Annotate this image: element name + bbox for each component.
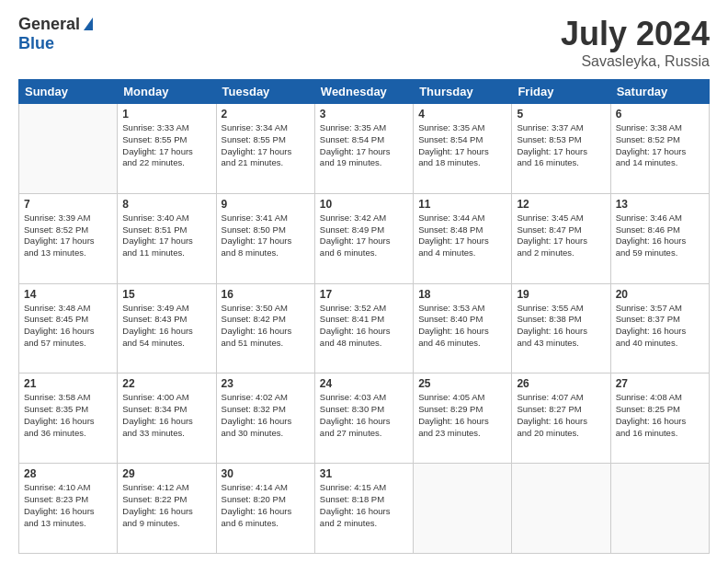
day-info: Sunrise: 3:45 AM Sunset: 8:47 PM Dayligh… [517, 213, 605, 259]
day-info: Sunrise: 3:57 AM Sunset: 8:37 PM Dayligh… [616, 303, 704, 350]
table-row: 31Sunrise: 4:15 AM Sunset: 8:18 PM Dayli… [314, 464, 413, 554]
col-monday: Monday [118, 80, 216, 104]
table-row: 14Sunrise: 3:48 AM Sunset: 8:45 PM Dayli… [19, 283, 118, 373]
day-number: 8 [122, 198, 210, 211]
day-info: Sunrise: 4:15 AM Sunset: 8:18 PM Dayligh… [320, 482, 408, 529]
table-row: 21Sunrise: 3:58 AM Sunset: 8:35 PM Dayli… [19, 373, 118, 464]
table-row: 11Sunrise: 3:44 AM Sunset: 8:48 PM Dayli… [414, 193, 512, 283]
day-number: 16 [222, 288, 310, 301]
day-number: 17 [320, 288, 408, 301]
day-info: Sunrise: 3:50 AM Sunset: 8:42 PM Dayligh… [222, 303, 310, 350]
day-info: Sunrise: 3:33 AM Sunset: 8:55 PM Dayligh… [122, 122, 210, 169]
day-info: Sunrise: 3:44 AM Sunset: 8:48 PM Dayligh… [418, 213, 506, 259]
day-info: Sunrise: 4:14 AM Sunset: 8:20 PM Dayligh… [222, 482, 310, 529]
day-info: Sunrise: 3:46 AM Sunset: 8:46 PM Dayligh… [616, 213, 704, 259]
calendar-header-row: Sunday Monday Tuesday Wednesday Thursday… [19, 80, 710, 104]
table-row: 16Sunrise: 3:50 AM Sunset: 8:42 PM Dayli… [216, 283, 314, 373]
day-info: Sunrise: 3:48 AM Sunset: 8:45 PM Dayligh… [24, 303, 112, 350]
day-number: 20 [616, 288, 704, 301]
calendar-week-row: 28Sunrise: 4:10 AM Sunset: 8:23 PM Dayli… [19, 464, 710, 554]
table-row [19, 104, 118, 194]
page: General Blue July 2024 Savasleyka, Russi… [0, 0, 728, 563]
table-row: 3Sunrise: 3:35 AM Sunset: 8:54 PM Daylig… [314, 104, 413, 194]
table-row [512, 464, 610, 554]
day-info: Sunrise: 3:53 AM Sunset: 8:40 PM Dayligh… [418, 303, 506, 350]
table-row: 24Sunrise: 4:03 AM Sunset: 8:30 PM Dayli… [314, 373, 413, 464]
table-row [414, 464, 512, 554]
day-number: 7 [24, 198, 112, 211]
calendar-title: July 2024 [561, 15, 710, 53]
table-row: 10Sunrise: 3:42 AM Sunset: 8:49 PM Dayli… [314, 193, 413, 283]
table-row: 4Sunrise: 3:35 AM Sunset: 8:54 PM Daylig… [414, 104, 512, 194]
table-row: 12Sunrise: 3:45 AM Sunset: 8:47 PM Dayli… [512, 193, 610, 283]
table-row: 26Sunrise: 4:07 AM Sunset: 8:27 PM Dayli… [512, 373, 610, 464]
day-number: 5 [517, 108, 605, 121]
day-number: 2 [222, 108, 310, 121]
day-info: Sunrise: 3:41 AM Sunset: 8:50 PM Dayligh… [222, 213, 310, 259]
day-number: 3 [320, 108, 408, 121]
calendar-table: Sunday Monday Tuesday Wednesday Thursday… [18, 79, 710, 554]
calendar-week-row: 7Sunrise: 3:39 AM Sunset: 8:52 PM Daylig… [19, 193, 710, 283]
day-number: 9 [222, 198, 310, 211]
logo: General Blue [18, 15, 93, 53]
table-row: 2Sunrise: 3:34 AM Sunset: 8:55 PM Daylig… [216, 104, 314, 194]
col-tuesday: Tuesday [216, 80, 314, 104]
table-row: 27Sunrise: 4:08 AM Sunset: 8:25 PM Dayli… [610, 373, 709, 464]
day-info: Sunrise: 4:08 AM Sunset: 8:25 PM Dayligh… [616, 392, 704, 439]
day-info: Sunrise: 3:49 AM Sunset: 8:43 PM Dayligh… [122, 303, 210, 350]
day-info: Sunrise: 3:35 AM Sunset: 8:54 PM Dayligh… [320, 122, 408, 169]
day-info: Sunrise: 4:05 AM Sunset: 8:29 PM Dayligh… [418, 392, 506, 439]
col-sunday: Sunday [19, 80, 118, 104]
day-number: 13 [616, 198, 704, 211]
table-row: 6Sunrise: 3:38 AM Sunset: 8:52 PM Daylig… [610, 104, 709, 194]
day-number: 11 [418, 198, 506, 211]
day-number: 26 [517, 377, 605, 390]
col-saturday: Saturday [610, 80, 709, 104]
day-number: 18 [418, 288, 506, 301]
table-row: 13Sunrise: 3:46 AM Sunset: 8:46 PM Dayli… [610, 193, 709, 283]
day-number: 10 [320, 198, 408, 211]
table-row: 28Sunrise: 4:10 AM Sunset: 8:23 PM Dayli… [19, 464, 118, 554]
day-info: Sunrise: 4:00 AM Sunset: 8:34 PM Dayligh… [122, 392, 210, 439]
calendar-location: Savasleyka, Russia [561, 53, 710, 70]
day-number: 19 [517, 288, 605, 301]
table-row: 7Sunrise: 3:39 AM Sunset: 8:52 PM Daylig… [19, 193, 118, 283]
col-thursday: Thursday [414, 80, 512, 104]
day-info: Sunrise: 4:12 AM Sunset: 8:22 PM Dayligh… [122, 482, 210, 529]
day-info: Sunrise: 3:58 AM Sunset: 8:35 PM Dayligh… [24, 392, 112, 439]
table-row: 9Sunrise: 3:41 AM Sunset: 8:50 PM Daylig… [216, 193, 314, 283]
day-number: 25 [418, 377, 506, 390]
day-info: Sunrise: 3:39 AM Sunset: 8:52 PM Dayligh… [24, 213, 112, 259]
day-info: Sunrise: 3:55 AM Sunset: 8:38 PM Dayligh… [517, 303, 605, 350]
day-number: 24 [320, 377, 408, 390]
day-info: Sunrise: 3:35 AM Sunset: 8:54 PM Dayligh… [418, 122, 506, 169]
col-wednesday: Wednesday [314, 80, 413, 104]
day-info: Sunrise: 3:42 AM Sunset: 8:49 PM Dayligh… [320, 213, 408, 259]
table-row: 29Sunrise: 4:12 AM Sunset: 8:22 PM Dayli… [118, 464, 216, 554]
table-row: 1Sunrise: 3:33 AM Sunset: 8:55 PM Daylig… [118, 104, 216, 194]
table-row: 25Sunrise: 4:05 AM Sunset: 8:29 PM Dayli… [414, 373, 512, 464]
day-number: 12 [517, 198, 605, 211]
day-number: 28 [24, 467, 112, 480]
calendar-week-row: 21Sunrise: 3:58 AM Sunset: 8:35 PM Dayli… [19, 373, 710, 464]
table-row: 20Sunrise: 3:57 AM Sunset: 8:37 PM Dayli… [610, 283, 709, 373]
col-friday: Friday [512, 80, 610, 104]
day-number: 21 [24, 377, 112, 390]
calendar-week-row: 14Sunrise: 3:48 AM Sunset: 8:45 PM Dayli… [19, 283, 710, 373]
day-info: Sunrise: 3:52 AM Sunset: 8:41 PM Dayligh… [320, 303, 408, 350]
day-number: 22 [122, 377, 210, 390]
day-info: Sunrise: 4:07 AM Sunset: 8:27 PM Dayligh… [517, 392, 605, 439]
header: General Blue July 2024 Savasleyka, Russi… [18, 15, 710, 70]
logo-blue-text: Blue [18, 34, 54, 53]
day-number: 1 [122, 108, 210, 121]
day-number: 27 [616, 377, 704, 390]
table-row: 30Sunrise: 4:14 AM Sunset: 8:20 PM Dayli… [216, 464, 314, 554]
table-row: 5Sunrise: 3:37 AM Sunset: 8:53 PM Daylig… [512, 104, 610, 194]
day-info: Sunrise: 3:37 AM Sunset: 8:53 PM Dayligh… [517, 122, 605, 169]
day-info: Sunrise: 4:10 AM Sunset: 8:23 PM Dayligh… [24, 482, 112, 529]
logo-general-text: General [18, 15, 80, 34]
day-info: Sunrise: 3:38 AM Sunset: 8:52 PM Dayligh… [616, 122, 704, 169]
table-row: 17Sunrise: 3:52 AM Sunset: 8:41 PM Dayli… [314, 283, 413, 373]
table-row: 19Sunrise: 3:55 AM Sunset: 8:38 PM Dayli… [512, 283, 610, 373]
logo-triangle-icon [84, 17, 93, 30]
